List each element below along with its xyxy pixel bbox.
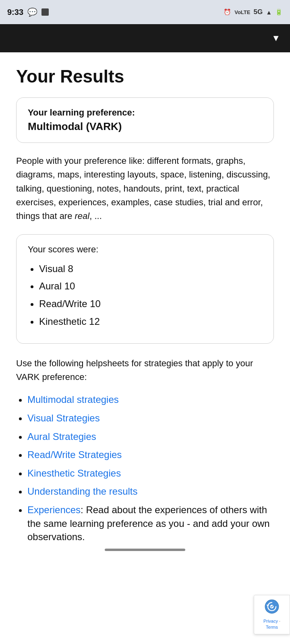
whatsapp-icon: 💬 (27, 7, 37, 17)
scores-box: Your scores were: Visual 8 Aural 10 Read… (16, 234, 274, 344)
strategy-understanding[interactable]: Understanding the results (27, 485, 274, 498)
visual-link[interactable]: Visual Strategies (27, 413, 100, 423)
recaptcha-badge: Privacy · Terms (254, 595, 290, 634)
scroll-indicator (105, 549, 185, 551)
strategy-multimodal[interactable]: Multimodal strategies (27, 393, 274, 407)
experiences-link[interactable]: Experiences (27, 504, 81, 515)
strategy-kinesthetic[interactable]: Kinesthetic Strategies (27, 466, 274, 480)
strategy-readwrite[interactable]: Read/Write Strategies (27, 448, 274, 462)
italic-word: real (75, 211, 90, 221)
score-readwrite: Read/Write 10 (39, 297, 262, 311)
preference-label: Your learning preference: (28, 107, 262, 118)
dropdown-icon[interactable]: ▼ (271, 33, 280, 43)
multimodal-link[interactable]: Multimodal strategies (27, 394, 119, 405)
battery-icon: 🔋 (275, 8, 283, 16)
main-content: Your Results Your learning preference: M… (0, 52, 290, 644)
terms-link[interactable]: Terms (266, 625, 278, 630)
preference-box: Your learning preference: Multimodal (VA… (16, 97, 274, 143)
preference-value: Multimodal (VARK) (28, 120, 262, 133)
strategy-experiences[interactable]: Experiences: Read about the experiences … (27, 503, 274, 544)
description-text: People with your preference like: differ… (16, 154, 274, 223)
score-aural: Aural 10 (39, 279, 262, 293)
strategies-list: Multimodal strategies Visual Strategies … (16, 393, 274, 543)
5g-label: 5G (253, 8, 263, 16)
page-title: Your Results (16, 67, 274, 86)
status-bar: 9:33 💬 ⏰ VoLTE 5G ▲ 🔋 (0, 0, 290, 24)
readwrite-link[interactable]: Read/Write Strategies (27, 449, 122, 460)
time-display: 9:33 (7, 8, 23, 17)
recaptcha-text: Privacy · Terms (259, 618, 285, 630)
helpsheets-text: Use the following helpsheets for strateg… (16, 357, 274, 384)
status-right: ⏰ VoLTE 5G ▲ 🔋 (224, 8, 283, 16)
scores-title: Your scores were: (28, 244, 262, 255)
kinesthetic-link[interactable]: Kinesthetic Strategies (27, 468, 121, 479)
signal-icon: ▲ (266, 9, 272, 16)
strategy-aural[interactable]: Aural Strategies (27, 430, 274, 444)
recaptcha-logo (265, 599, 279, 617)
alarm-icon: ⏰ (224, 8, 231, 16)
score-kinesthetic: Kinesthetic 12 (39, 315, 262, 328)
privacy-link[interactable]: Privacy (263, 619, 278, 623)
score-visual: Visual 8 (39, 262, 262, 276)
scores-list: Visual 8 Aural 10 Read/Write 10 Kinesthe… (28, 262, 262, 328)
square-icon (41, 8, 49, 16)
strategy-visual[interactable]: Visual Strategies (27, 411, 274, 425)
status-left: 9:33 💬 (7, 7, 49, 17)
aural-link[interactable]: Aural Strategies (27, 431, 96, 442)
nav-bar: ▼ (0, 24, 290, 52)
understanding-link[interactable]: Understanding the results (27, 486, 138, 497)
volte-icon: VoLTE (234, 9, 250, 15)
